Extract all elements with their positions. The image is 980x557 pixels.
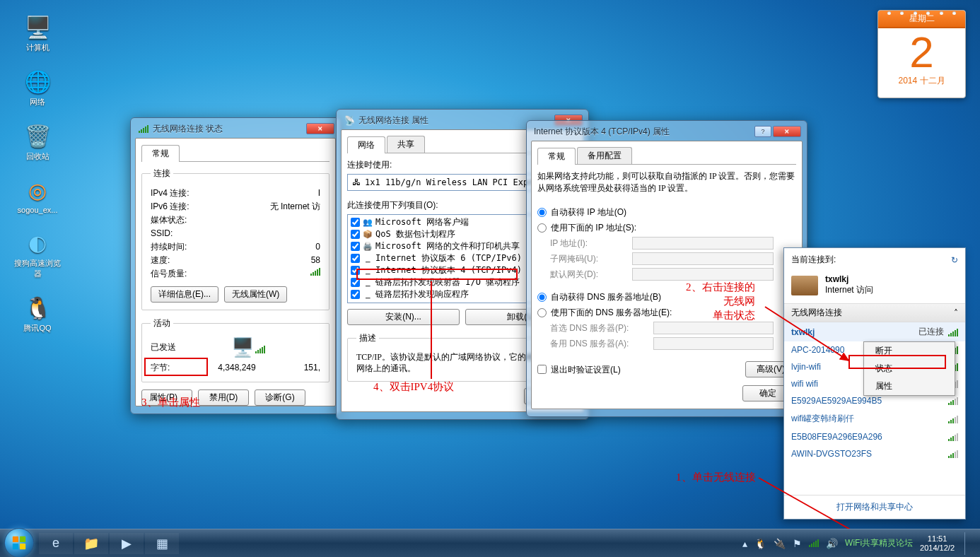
properties-button[interactable]: 属性(P) xyxy=(141,389,192,406)
watermark-text: WiFi共享精灵论坛 xyxy=(845,537,913,549)
signal-icon xyxy=(138,123,149,134)
desktop-icon-sogou-ex[interactable]: ◎sogou_ex... xyxy=(13,176,62,214)
start-button[interactable] xyxy=(4,528,34,558)
validate-checkbox[interactable] xyxy=(537,365,547,374)
tab-sharing[interactable]: 共享 xyxy=(387,136,425,153)
gw-input xyxy=(632,268,774,281)
window-title: Internet 协议版本 4 (TCP/IPv4) 属性 xyxy=(534,126,670,138)
close-button[interactable]: ✕ xyxy=(306,123,334,134)
calendar-widget[interactable]: 星期二 2 2014 十二月 xyxy=(877,10,966,98)
radio-auto-dns[interactable] xyxy=(537,293,547,302)
signal-quality-icon xyxy=(310,267,320,276)
radio-auto-ip[interactable] xyxy=(537,208,547,217)
desktop-icons: 🖥️计算机 🌐网络 🗑️回收站 ◎sogou_ex... ◐搜狗高速浏览器 🐧腾… xyxy=(13,13,62,334)
ssid-label: SSID: xyxy=(151,227,173,240)
desktop-icon-sogou-browser[interactable]: ◐搜狗高速浏览器 xyxy=(13,228,62,279)
bytes-sent-value: 4,348,249 xyxy=(170,361,303,375)
ipv6-value: 无 Internet 访 xyxy=(270,200,320,213)
desktop-icon-qq[interactable]: 🐧腾讯QQ xyxy=(13,293,62,334)
details-button[interactable]: 详细信息(E)... xyxy=(151,286,218,303)
gw-label: 默认网关(D): xyxy=(550,266,628,282)
dns1-label: 首选 DNS 服务器(P): xyxy=(550,320,649,336)
qos-icon: 📦 xyxy=(363,230,373,240)
wireless-props-button[interactable]: 无线属性(W) xyxy=(224,286,287,303)
taskbar-pin-ie[interactable]: e xyxy=(39,533,73,554)
window-title: 无线网络连接 属性 xyxy=(358,115,428,127)
protocol-icon: ⎯ xyxy=(363,266,373,276)
taskbar-pin-explorer[interactable]: 📁 xyxy=(74,533,108,554)
svg-rect-3 xyxy=(13,536,18,541)
dns2-label: 备用 DNS 服务器(A): xyxy=(550,336,649,351)
client-icon: 👥 xyxy=(363,218,373,228)
browser-icon: ◐ xyxy=(23,228,52,257)
tab-network[interactable]: 网络 xyxy=(347,136,385,153)
desktop-icon-recycle[interactable]: 🗑️回收站 xyxy=(13,122,62,162)
dns1-input xyxy=(653,322,774,334)
tray-network-icon[interactable] xyxy=(809,538,819,549)
svg-rect-5 xyxy=(13,543,18,549)
nic-icon: 🖧 xyxy=(352,177,361,187)
bench-icon xyxy=(791,276,818,295)
sogou-icon: ◎ xyxy=(23,176,52,204)
wifi-item[interactable]: AWIN-DVGSTO23FS xyxy=(784,445,965,462)
bytes-label: 字节: xyxy=(151,361,170,375)
tray-action-center-icon[interactable]: ⚑ xyxy=(793,538,802,549)
taskbar-clock[interactable]: 11:51 2014/12/2 xyxy=(920,534,955,553)
refresh-icon[interactable]: ↻ xyxy=(951,255,958,265)
protocol-icon: ⎯ xyxy=(363,290,373,300)
signal-icon xyxy=(948,397,958,405)
tray-qq-icon[interactable]: 🐧 xyxy=(754,538,766,549)
protocol-icon: ⎯ xyxy=(363,278,373,288)
show-desktop-button[interactable] xyxy=(964,532,972,555)
group-connection: 连接 IPv4 连接:I IPv6 连接:无 Internet 访 媒体状态: … xyxy=(141,168,329,310)
diagnose-button[interactable]: 诊断(G) xyxy=(255,389,305,406)
tray-volume-icon[interactable]: 🔊 xyxy=(826,538,838,549)
window-title: 无线网络连接 状态 xyxy=(153,123,223,135)
desktop-icon-network[interactable]: 🌐网络 xyxy=(13,67,62,107)
current-access: Internet 访问 xyxy=(825,284,873,296)
chevron-up-icon[interactable]: ˄ xyxy=(954,308,958,318)
tab-general[interactable]: 常规 xyxy=(537,148,576,165)
svg-rect-4 xyxy=(20,536,25,541)
network-icon: 🌐 xyxy=(23,67,52,95)
tab-alternate[interactable]: 备用配置 xyxy=(577,147,632,164)
wifi-flyout[interactable]: 当前连接到: ↻ txwlkj Internet 访问 无线网络连接 ˄ txw… xyxy=(783,247,966,520)
radio-manual-ip[interactable] xyxy=(537,223,547,233)
titlebar[interactable]: 无线网络连接 状态 ✕ xyxy=(135,122,336,138)
open-network-center-link[interactable]: 打开网络和共享中心 xyxy=(784,495,965,519)
tray-power-icon[interactable]: 🔌 xyxy=(774,538,786,549)
share-icon: 🖨️ xyxy=(363,242,373,252)
ctx-status[interactable]: 状态 xyxy=(864,360,955,377)
taskbar-pin-app[interactable]: ▦ xyxy=(145,533,179,554)
close-button[interactable]: ✕ xyxy=(773,126,801,137)
install-button[interactable]: 安装(N)... xyxy=(347,309,460,325)
titlebar[interactable]: Internet 协议版本 4 (TCP/IPv4) 属性 ? ✕ xyxy=(531,125,803,141)
wifi-item[interactable]: txwlkj已连接 xyxy=(784,322,965,341)
window-ipv4-properties[interactable]: Internet 协议版本 4 (TCP/IPv4) 属性 ? ✕ 常规 备用配… xyxy=(526,120,807,417)
media-label: 媒体状态: xyxy=(151,213,187,227)
svg-rect-6 xyxy=(20,543,25,549)
wifi-item[interactable]: wifi罐变韩绮刷仟 xyxy=(784,409,965,428)
wifi-context-menu[interactable]: 断开 状态 属性 xyxy=(863,341,955,396)
ctx-disconnect[interactable]: 断开 xyxy=(864,342,955,360)
taskbar[interactable]: e 📁 ▶ ▦ ▴ 🐧 🔌 ⚑ 🔊 WiFi共享精灵论坛 11:51 2014/… xyxy=(0,529,980,557)
calendar-day: 2 xyxy=(878,31,965,74)
tray-chevron-icon[interactable]: ▴ xyxy=(742,538,747,549)
taskbar-pin-media[interactable]: ▶ xyxy=(110,533,144,554)
system-tray[interactable]: ▴ 🐧 🔌 ⚑ 🔊 WiFi共享精灵论坛 11:51 2014/12/2 xyxy=(742,532,977,555)
disable-button[interactable]: 禁用(D) xyxy=(198,389,249,406)
wifi-item[interactable]: E5B08FE9A296E9A296 xyxy=(784,428,965,445)
radio-manual-dns[interactable] xyxy=(537,308,547,317)
help-button[interactable]: ? xyxy=(754,126,771,137)
computer-icon: 🖥️ xyxy=(23,13,52,41)
intro-text: 如果网络支持此功能，则可以获取自动指派的 IP 设置。否则，您需要从网络系统管理… xyxy=(537,170,796,194)
window-wifi-status[interactable]: 无线网络连接 状态 ✕ 常规 连接 IPv4 连接:I IPv6 连接:无 In… xyxy=(130,117,341,414)
tab-general[interactable]: 常规 xyxy=(141,145,180,162)
dns2-input xyxy=(653,337,774,350)
signal-icon xyxy=(948,415,958,423)
mask-input xyxy=(632,252,774,265)
ctx-props[interactable]: 属性 xyxy=(864,377,955,395)
ip-label: IP 地址(I): xyxy=(550,235,628,251)
duration-value: 0 xyxy=(315,240,320,254)
desktop-icon-computer[interactable]: 🖥️计算机 xyxy=(13,13,62,53)
